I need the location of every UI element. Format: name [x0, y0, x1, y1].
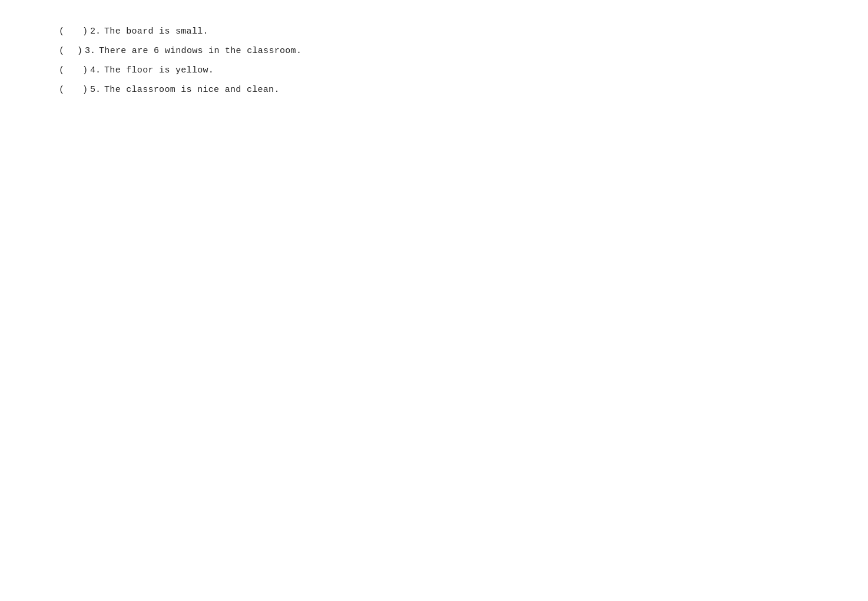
open-bracket: (: [59, 24, 64, 39]
close-bracket: ): [82, 62, 88, 78]
open-bracket: (: [59, 62, 64, 78]
item-sentence: There are 6 windows in the classroom.: [99, 43, 302, 59]
space: [65, 82, 81, 98]
list-item: ( ) 2. The board is small.: [59, 24, 809, 39]
open-bracket: (: [59, 43, 64, 59]
space: [65, 24, 81, 39]
space: [65, 43, 76, 59]
close-bracket: ): [82, 82, 88, 98]
main-content: ( ) 2. The board is small. ( ) 3. There …: [0, 0, 868, 125]
item-sentence: The board is small.: [104, 24, 208, 39]
list-item: ( ) 3. There are 6 windows in the classr…: [59, 43, 809, 59]
item-number: 5.: [90, 82, 101, 98]
item-sentence: The classroom is nice and clean.: [104, 82, 280, 98]
list-item: ( ) 5. The classroom is nice and clean.: [59, 82, 809, 98]
item-number: 4.: [90, 62, 101, 78]
close-bracket: ): [82, 24, 88, 39]
close-bracket: ): [77, 43, 82, 59]
item-number: 2.: [90, 24, 101, 39]
item-sentence: The floor is yellow.: [104, 62, 214, 78]
list-item: ( ) 4. The floor is yellow.: [59, 62, 809, 78]
space: [65, 62, 81, 78]
open-bracket: (: [59, 82, 64, 98]
item-number: 3.: [85, 43, 95, 59]
